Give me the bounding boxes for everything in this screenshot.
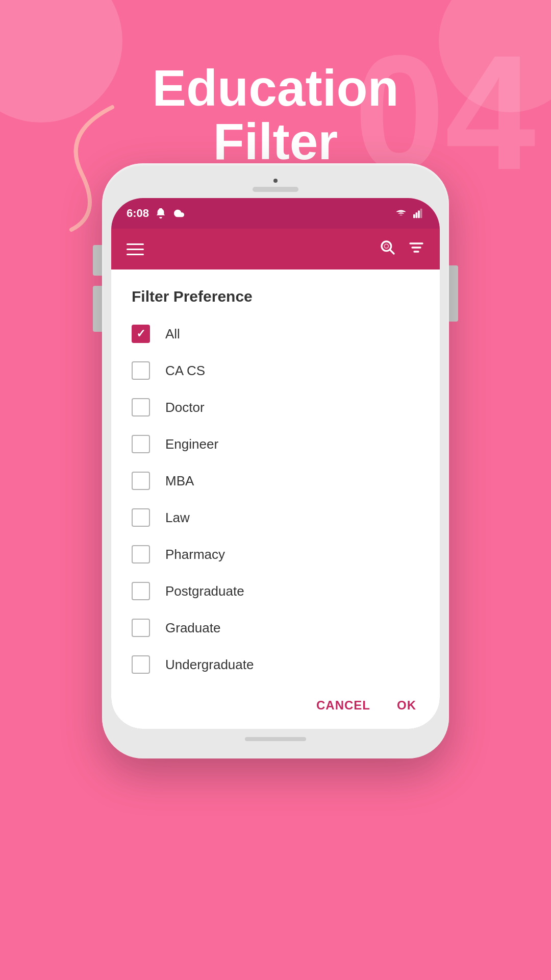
page-title: Education Filter	[0, 61, 551, 168]
checkbox-label: Doctor	[165, 400, 205, 415]
checkbox-item[interactable]: Pharmacy	[132, 536, 419, 573]
checkbox-item[interactable]: Engineer	[132, 426, 419, 462]
checkbox-item[interactable]: CA CS	[132, 352, 419, 389]
checkbox-label: Engineer	[165, 436, 218, 452]
checkbox-box	[132, 582, 150, 600]
checkbox-label: Undergraduate	[165, 657, 254, 673]
checkbox-box	[132, 435, 150, 453]
notification-icon	[155, 208, 166, 219]
status-time: 6:08	[127, 207, 149, 220]
front-camera	[273, 179, 278, 183]
checkbox-box	[132, 398, 150, 416]
phone-side-right	[449, 265, 458, 322]
menu-line-3	[127, 254, 144, 255]
status-right	[394, 208, 424, 219]
svg-point-7	[384, 244, 388, 248]
checkbox-box	[132, 655, 150, 674]
checkbox-item[interactable]: Graduate	[132, 609, 419, 646]
menu-button[interactable]	[127, 243, 144, 255]
phone-screen: 6:08	[111, 198, 440, 729]
checkbox-box	[132, 508, 150, 527]
speaker-grille	[253, 187, 298, 192]
checkbox-label: All	[165, 326, 180, 342]
checkbox-item[interactable]: Postgraduate	[132, 573, 419, 609]
checkbox-item[interactable]: Law	[132, 499, 419, 536]
title-line1: Education	[152, 59, 398, 116]
cloud-icon	[172, 208, 186, 219]
volume-up-btn	[93, 245, 102, 276]
phone-outer: 6:08	[102, 163, 449, 758]
ok-button[interactable]: OK	[394, 693, 419, 718]
checkbox-box	[132, 361, 150, 380]
svg-line-6	[390, 250, 394, 253]
volume-down-btn	[93, 286, 102, 332]
checkbox-item[interactable]: Doctor	[132, 389, 419, 426]
title-line2: Filter	[213, 113, 338, 170]
checkbox-label: Graduate	[165, 620, 220, 636]
checkbox-item[interactable]: Undergraduate	[132, 646, 419, 683]
filter-dialog: Filter Preference ✓AllCA CSDoctorEnginee…	[111, 270, 440, 729]
dialog-title: Filter Preference	[111, 270, 440, 315]
checkbox-label: Pharmacy	[165, 547, 225, 562]
search-button[interactable]	[380, 239, 396, 259]
svg-rect-2	[416, 212, 418, 218]
home-bar	[245, 737, 306, 741]
wifi-icon	[394, 208, 408, 219]
status-left: 6:08	[127, 207, 186, 220]
svg-rect-4	[420, 209, 422, 218]
svg-rect-3	[418, 211, 420, 218]
cancel-button[interactable]: CANCEL	[313, 693, 373, 718]
phone-device: 6:08	[102, 163, 449, 758]
power-btn	[449, 265, 458, 322]
checkbox-label: Law	[165, 510, 190, 526]
phone-content: — Filter Preference ✓AllCA CSDoctorEngin…	[111, 270, 440, 729]
dialog-actions: CANCEL OK	[111, 683, 440, 729]
app-bar	[111, 229, 440, 270]
menu-line-1	[127, 243, 144, 245]
status-bar: 6:08	[111, 198, 440, 229]
svg-rect-1	[413, 214, 415, 218]
menu-line-2	[127, 249, 144, 250]
signal-icon	[413, 208, 424, 219]
checkbox-box	[132, 545, 150, 564]
app-bar-actions	[380, 239, 424, 259]
checkbox-list: ✓AllCA CSDoctorEngineerMBALawPharmacyPos…	[111, 315, 440, 683]
checkbox-box: ✓	[132, 325, 150, 343]
checkbox-box	[132, 472, 150, 490]
checkbox-label: Postgraduate	[165, 583, 244, 599]
checkbox-box	[132, 619, 150, 637]
checkbox-label: MBA	[165, 473, 194, 489]
filter-button[interactable]	[408, 239, 424, 259]
phone-side-buttons-left	[93, 245, 102, 332]
checkbox-item[interactable]: ✓All	[132, 315, 419, 352]
checkbox-item[interactable]: MBA	[132, 462, 419, 499]
checkbox-label: CA CS	[165, 363, 205, 379]
